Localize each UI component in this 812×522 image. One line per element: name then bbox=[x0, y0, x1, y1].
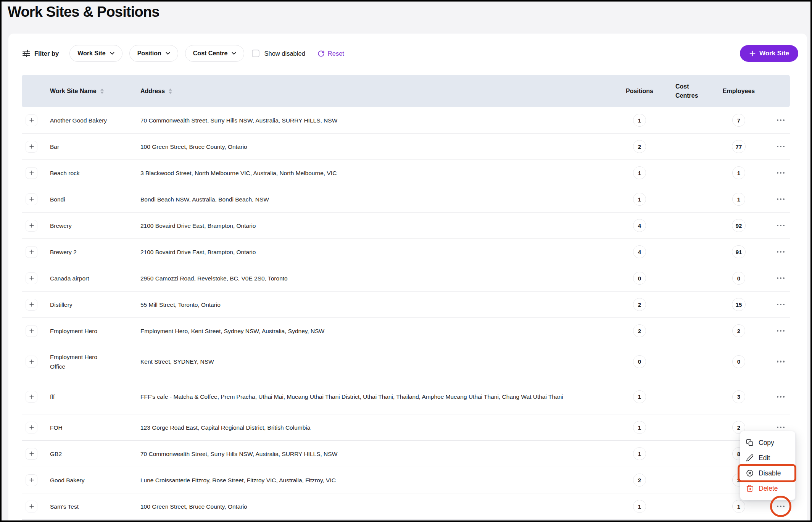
sort-icon[interactable] bbox=[100, 88, 104, 94]
row-actions-button[interactable] bbox=[775, 249, 787, 255]
worksite-address: 100 Green Street, Bruce County, Ontario bbox=[138, 142, 615, 151]
expand-row-button[interactable] bbox=[26, 167, 37, 179]
worksite-name: Brewery bbox=[46, 221, 138, 230]
filter-work-site-dropdown[interactable]: Work Site bbox=[69, 45, 122, 62]
table-header-row: Work Site Name Address Positions Cost Ce… bbox=[22, 75, 790, 107]
table-row: Brewery 2 2100 Bovaird Drive East, Bramp… bbox=[22, 239, 790, 265]
add-work-site-button[interactable]: Work Site bbox=[740, 45, 798, 62]
row-actions-button[interactable] bbox=[775, 143, 787, 150]
positions-cell: 0 bbox=[615, 355, 664, 368]
worksite-name: Employment Hero Office bbox=[46, 352, 138, 371]
positions-count-badge: 1 bbox=[633, 166, 646, 179]
worksite-address: 55 Mill Street, Toronto, Ontario bbox=[138, 300, 615, 309]
expand-row-button[interactable] bbox=[26, 246, 37, 258]
row-actions-button[interactable] bbox=[775, 275, 787, 282]
employees-cell: 2 bbox=[714, 324, 764, 337]
show-disabled-checkbox[interactable] bbox=[252, 50, 259, 57]
positions-count-badge: 1 bbox=[633, 114, 646, 127]
row-actions-button[interactable] bbox=[775, 170, 787, 176]
positions-cell: 1 bbox=[615, 390, 664, 403]
reset-filters-button[interactable]: Reset bbox=[315, 50, 346, 58]
page-title: Work Sites & Positions bbox=[8, 4, 160, 20]
worksite-address: Employment Hero, Kent Street, Sydney NSW… bbox=[138, 326, 615, 336]
positions-cell: 1 bbox=[615, 114, 664, 127]
worksite-address: 2950 Camozzi Road, Revelstoke, BC, V0E 2… bbox=[138, 274, 615, 283]
expand-cell bbox=[22, 141, 46, 153]
actions-cell bbox=[764, 424, 790, 431]
positions-cell: 1 bbox=[615, 447, 664, 460]
table-row: Another Good Bakery 70 Commonwealth Stre… bbox=[22, 107, 790, 134]
actions-cell bbox=[764, 196, 790, 203]
ellipsis-icon bbox=[777, 146, 779, 148]
expand-row-button[interactable] bbox=[26, 356, 37, 367]
employees-cell: 0 bbox=[714, 272, 764, 285]
row-actions-button[interactable] bbox=[775, 301, 787, 308]
expand-row-button[interactable] bbox=[26, 422, 37, 433]
expand-row-button[interactable] bbox=[26, 272, 37, 284]
actions-cell bbox=[764, 249, 790, 255]
expand-row-button[interactable] bbox=[26, 141, 37, 153]
menu-item-edit[interactable]: Edit bbox=[740, 450, 795, 466]
row-actions-button[interactable] bbox=[775, 503, 787, 510]
expand-cell bbox=[22, 193, 46, 205]
expand-row-button[interactable] bbox=[26, 474, 37, 486]
employees-count-badge: 0 bbox=[732, 355, 745, 368]
employees-count-badge: 1 bbox=[732, 500, 745, 513]
worksite-address: 70 Commonwealth Street, Surry Hills NSW,… bbox=[138, 449, 615, 459]
worksite-name: Good Bakery bbox=[46, 475, 138, 485]
menu-item-copy[interactable]: Copy bbox=[740, 435, 795, 450]
column-header-address[interactable]: Address bbox=[138, 88, 615, 95]
filter-position-dropdown[interactable]: Position bbox=[129, 45, 178, 62]
positions-cell: 2 bbox=[615, 324, 664, 337]
row-actions-button[interactable] bbox=[775, 328, 787, 334]
expand-row-button[interactable] bbox=[26, 325, 37, 337]
expand-row-button[interactable] bbox=[26, 220, 37, 232]
expand-cell bbox=[22, 422, 46, 433]
expand-cell bbox=[22, 299, 46, 311]
row-actions-button[interactable] bbox=[775, 117, 787, 124]
worksite-address: 3 Blackwood Street, North Melbourne VIC,… bbox=[138, 168, 615, 178]
expand-row-button[interactable] bbox=[26, 193, 37, 205]
positions-cell: 2 bbox=[615, 140, 664, 153]
employees-count-badge: 2 bbox=[732, 324, 745, 337]
ellipsis-icon bbox=[777, 427, 779, 429]
expand-cell bbox=[22, 246, 46, 258]
menu-item-disable[interactable]: Disable bbox=[740, 466, 795, 481]
table-row: Canada airport 2950 Camozzi Road, Revels… bbox=[22, 265, 790, 292]
employees-cell: 3 bbox=[714, 390, 764, 403]
worksite-name: Another Good Bakery bbox=[46, 116, 138, 125]
row-actions-button[interactable] bbox=[775, 358, 787, 365]
filter-cost-centre-dropdown[interactable]: Cost Centre bbox=[185, 45, 245, 62]
worksite-address: Kent Street, SYDNEY, NSW bbox=[138, 357, 615, 366]
sort-icon[interactable] bbox=[168, 88, 172, 94]
worksite-name: Distillery bbox=[46, 300, 138, 309]
positions-count-badge: 1 bbox=[633, 500, 646, 513]
column-header-cost-centres: Cost Centres bbox=[664, 82, 714, 100]
expand-row-button[interactable] bbox=[26, 391, 37, 403]
row-actions-button[interactable] bbox=[775, 222, 787, 229]
expand-cell bbox=[22, 325, 46, 337]
actions-cell bbox=[764, 222, 790, 229]
row-actions-button[interactable] bbox=[775, 393, 787, 400]
table-row: Good Bakery Lune Croissanterie Fitzroy, … bbox=[22, 467, 790, 493]
ellipsis-icon bbox=[777, 396, 779, 398]
chevron-down-icon bbox=[166, 52, 170, 55]
row-actions-button[interactable] bbox=[775, 196, 787, 203]
filter-bar: Filter by Work Site Position Cost Centre bbox=[8, 34, 807, 62]
expand-row-button[interactable] bbox=[26, 114, 37, 126]
positions-count-badge: 1 bbox=[633, 390, 646, 403]
expand-row-button[interactable] bbox=[26, 448, 37, 460]
positions-count-badge: 1 bbox=[633, 193, 646, 206]
menu-item-delete[interactable]: Delete bbox=[740, 481, 795, 496]
ellipsis-icon bbox=[777, 330, 779, 332]
actions-cell bbox=[764, 358, 790, 365]
expand-row-button[interactable] bbox=[26, 501, 37, 512]
worksite-name: Bar bbox=[46, 142, 138, 151]
row-actions-button[interactable] bbox=[775, 424, 787, 431]
table-row: Bondi Bondi Beach NSW, Australia, Bondi … bbox=[22, 186, 790, 213]
column-header-work-site-name[interactable]: Work Site Name bbox=[46, 88, 138, 95]
copy-icon bbox=[746, 439, 754, 446]
employees-count-badge: 1 bbox=[732, 166, 745, 179]
filter-by-label: Filter by bbox=[22, 50, 59, 57]
expand-row-button[interactable] bbox=[26, 299, 37, 311]
